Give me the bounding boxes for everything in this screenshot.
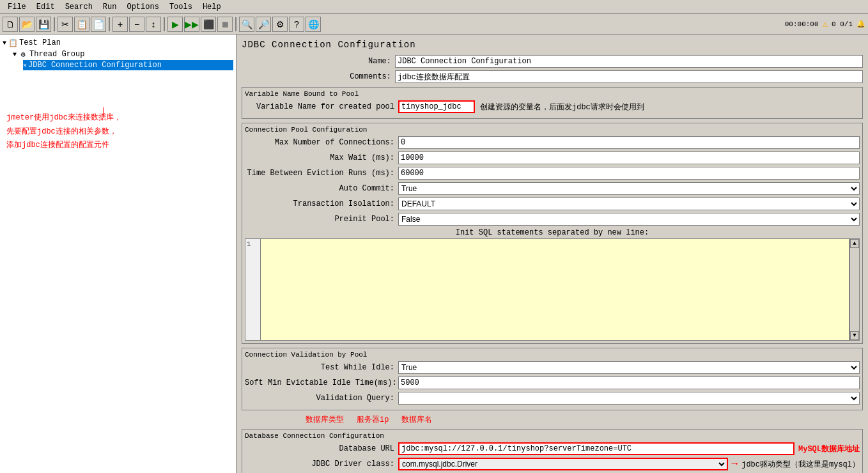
transaction-select[interactable]: DEFAULT [398,198,860,210]
jdbc-config-label: JDBC Connection Configuration [28,61,162,70]
variable-pool-section: Variable Name Bound to Pool Variable Nam… [242,87,863,119]
validation-query-select-wrapper [398,392,860,405]
validation-query-select[interactable] [398,392,860,405]
tree-item-test-plan[interactable]: ▼ 📋 Test Plan [3,37,233,49]
search-button[interactable]: 🔎 [256,17,271,32]
max-wait-label: Max Wait (ms): [245,153,398,162]
transaction-row: Transaction Isolation: DEFAULT [245,198,860,210]
comments-input[interactable] [395,70,863,83]
db-url-row: Database URL MySQL数据库地址 [245,442,860,455]
jdbc-driver-select[interactable]: com.mysql.jdbc.Driver [398,458,728,470]
eviction-row: Time Between Eviction Runs (ms): [245,167,860,180]
help-button[interactable]: ? [289,17,304,32]
test-plan-label: Test Plan [19,38,61,47]
warning-icon: ⚠ [823,19,828,29]
auto-commit-select-wrapper: TrueFalse [398,182,860,195]
expand-icon2: ▼ [13,51,17,58]
clear-button[interactable]: 🔍 [239,17,254,32]
tree-item-thread-group[interactable]: ▼ ⚙ Thread Group [13,49,233,60]
timer-value: 00:00:00 [785,20,819,28]
test-idle-select-wrapper: TrueFalse [398,361,860,374]
add-button[interactable]: + [112,17,128,32]
cut-button[interactable]: ✂ [58,17,73,32]
save-button[interactable]: 💾 [36,17,51,32]
db-type-annotation-row: 数据库类型 服务器ip 数据库名 [306,414,863,425]
eviction-input[interactable] [398,167,860,180]
sql-textarea[interactable] [260,238,849,341]
validation-query-label: Validation Query: [245,394,398,403]
transaction-label: Transaction Isolation: [245,199,398,208]
max-connections-input[interactable] [398,136,860,149]
init-sql-section: Init SQL statements separated by new lin… [245,228,860,341]
name-input[interactable] [395,55,863,68]
name-row: Name: [242,55,863,68]
soft-min-input[interactable] [398,376,860,389]
soft-min-label: Soft Min Evictable Idle Time(ms): [245,378,398,387]
start-no-pause-button[interactable]: ▶▶ [184,17,199,32]
db-url-annotation: MySQL数据库地址 [798,444,860,454]
db-url-input[interactable] [398,442,794,455]
preinit-select[interactable]: FalseTrue [398,213,860,226]
annotation-text: jmeter使用jdbc来连接数据库， 先要配置jdbc连接的相关参数， 添加j… [6,111,121,153]
pool-var-input[interactable] [398,100,475,113]
sep1 [54,17,55,31]
remote-button[interactable]: 🌐 [306,17,321,32]
jdbc-driver-row: JDBC Driver class: com.mysql.jdbc.Driver… [245,458,860,470]
comments-row: Comments: [242,70,863,83]
shutdown-button[interactable]: ⏹ [217,17,233,32]
connection-pool-section: Connection Pool Configuration Max Number… [242,123,863,344]
menu-run[interactable]: Run [98,1,122,13]
connection-validation-title: Connection Validation by Pool [245,351,860,359]
form-title: JDBC Connection Configuration [242,40,863,50]
soft-min-row: Soft Min Evictable Idle Time(ms): [245,376,860,389]
max-connections-label: Max Number of Connections: [245,138,398,147]
new-button[interactable]: 🗋 [3,17,18,32]
max-wait-input[interactable] [398,151,860,164]
function-button[interactable]: ⚙ [272,17,288,32]
test-idle-row: Test While Idle: TrueFalse [245,361,860,374]
test-plan-icon: 📋 [8,38,18,48]
auto-commit-select[interactable]: TrueFalse [398,182,860,195]
menu-search[interactable]: Search [60,1,98,13]
sql-scrollbar: ▲ ▼ [849,238,860,341]
db-type-annotation3: 数据库名 [401,414,432,425]
variable-annotation: 创建资源的变量名，后面发jdbc请求时会使用到 [480,102,644,112]
menu-edit[interactable]: Edit [31,1,60,13]
tree-item-jdbc-config[interactable]: ✕ JDBC Connection Configuration [23,60,233,70]
move-button[interactable]: ↕ [146,17,161,32]
main-layout: ▼ 📋 Test Plan ▼ ⚙ Thread Group ✕ JDBC Co… [0,35,868,473]
menu-file[interactable]: File [3,1,31,13]
right-panel: JDBC Connection Configuration Name: Comm… [236,35,868,473]
menubar: File Edit Search Run Options Tools Help [0,0,868,14]
thread-group-icon: ⚙ [18,49,28,59]
expand-icon: ▼ [3,40,6,47]
x-icon: ✕ [23,61,27,69]
start-button[interactable]: ▶ [167,17,183,32]
scroll-down-btn[interactable]: ▼ [850,331,859,340]
driver-group: com.mysql.jdbc.Driver → jdbc驱动类型（我这里是mys… [398,458,860,470]
thread-group-label: Thread Group [29,50,84,59]
paste-button[interactable]: 📄 [91,17,106,32]
toolbar: 🗋 📂 💾 ✂ 📋 📄 + − ↕ ▶ ▶▶ ⬛ ⏹ 🔍 🔎 ⚙ ? 🌐 00:… [0,14,868,35]
menu-tools[interactable]: Tools [164,1,198,13]
max-wait-row: Max Wait (ms): [245,151,860,164]
open-button[interactable]: 📂 [19,17,35,32]
remove-button[interactable]: − [129,17,144,32]
pool-var-group: 创建资源的变量名，后面发jdbc请求时会使用到 [398,100,644,113]
extra-icon: 🔔 [856,20,865,28]
copy-button[interactable]: 📋 [74,17,89,32]
error-count: 0 0/1 [832,20,853,28]
init-sql-label: Init SQL statements separated by new lin… [245,228,860,237]
preinit-select-wrapper: FalseTrue [398,213,860,226]
variable-pool-title: Variable Name Bound to Pool [245,90,860,98]
test-idle-select[interactable]: TrueFalse [398,361,860,374]
comments-label: Comments: [242,72,395,81]
scroll-up-btn[interactable]: ▲ [850,239,859,248]
stop-button[interactable]: ⬛ [201,17,216,32]
menu-help[interactable]: Help [198,1,226,13]
db-url-group: MySQL数据库地址 [398,442,860,455]
variable-name-row: Variable Name for created pool 创建资源的变量名，… [245,100,860,113]
sep4 [235,17,236,31]
menu-options[interactable]: Options [121,1,164,13]
eviction-label: Time Between Eviction Runs (ms): [245,169,398,178]
